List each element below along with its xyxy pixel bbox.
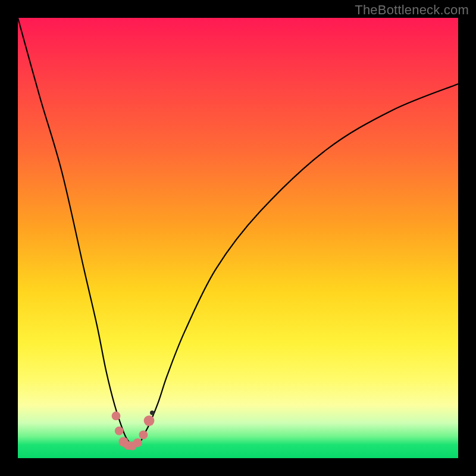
curve-markers — [112, 411, 155, 450]
curve-left-branch — [18, 18, 132, 445]
curve-marker — [139, 430, 148, 439]
bottleneck-curve — [18, 18, 458, 458]
curve-marker — [112, 412, 121, 421]
curve-marker — [144, 415, 155, 426]
curve-marker — [115, 427, 124, 436]
curve-marker — [133, 439, 142, 447]
curve-right-branch — [132, 84, 458, 445]
chart-plot-area — [18, 18, 458, 458]
watermark-label: TheBottleneck.com — [355, 2, 469, 18]
curve-marker — [150, 411, 154, 415]
